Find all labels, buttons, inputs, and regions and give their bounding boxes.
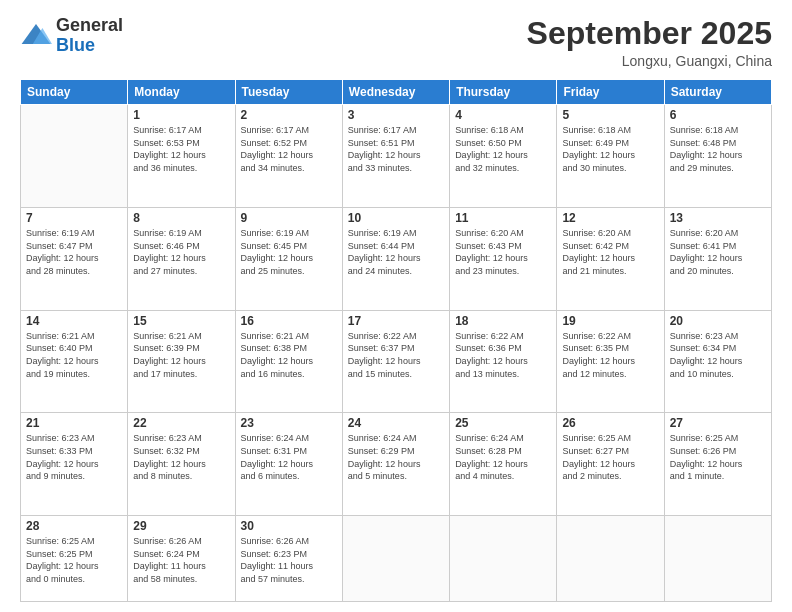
calendar-cell: 20Sunrise: 6:23 AM Sunset: 6:34 PM Dayli… xyxy=(664,310,771,413)
day-info: Sunrise: 6:18 AM Sunset: 6:50 PM Dayligh… xyxy=(455,124,551,174)
calendar-cell: 30Sunrise: 6:26 AM Sunset: 6:23 PM Dayli… xyxy=(235,516,342,602)
weekday-header-sunday: Sunday xyxy=(21,80,128,105)
day-number: 27 xyxy=(670,416,766,430)
calendar-table: SundayMondayTuesdayWednesdayThursdayFrid… xyxy=(20,79,772,602)
day-info: Sunrise: 6:19 AM Sunset: 6:44 PM Dayligh… xyxy=(348,227,444,277)
day-number: 4 xyxy=(455,108,551,122)
day-info: Sunrise: 6:26 AM Sunset: 6:24 PM Dayligh… xyxy=(133,535,229,585)
day-number: 21 xyxy=(26,416,122,430)
calendar-cell: 19Sunrise: 6:22 AM Sunset: 6:35 PM Dayli… xyxy=(557,310,664,413)
calendar-cell: 17Sunrise: 6:22 AM Sunset: 6:37 PM Dayli… xyxy=(342,310,449,413)
calendar-cell: 12Sunrise: 6:20 AM Sunset: 6:42 PM Dayli… xyxy=(557,207,664,310)
day-info: Sunrise: 6:23 AM Sunset: 6:33 PM Dayligh… xyxy=(26,432,122,482)
day-number: 20 xyxy=(670,314,766,328)
day-info: Sunrise: 6:23 AM Sunset: 6:32 PM Dayligh… xyxy=(133,432,229,482)
day-info: Sunrise: 6:24 AM Sunset: 6:31 PM Dayligh… xyxy=(241,432,337,482)
day-number: 7 xyxy=(26,211,122,225)
day-number: 8 xyxy=(133,211,229,225)
weekday-header-tuesday: Tuesday xyxy=(235,80,342,105)
day-number: 9 xyxy=(241,211,337,225)
day-number: 23 xyxy=(241,416,337,430)
day-number: 12 xyxy=(562,211,658,225)
calendar-cell: 6Sunrise: 6:18 AM Sunset: 6:48 PM Daylig… xyxy=(664,105,771,208)
day-number: 6 xyxy=(670,108,766,122)
calendar-cell: 22Sunrise: 6:23 AM Sunset: 6:32 PM Dayli… xyxy=(128,413,235,516)
calendar-cell: 18Sunrise: 6:22 AM Sunset: 6:36 PM Dayli… xyxy=(450,310,557,413)
day-info: Sunrise: 6:21 AM Sunset: 6:40 PM Dayligh… xyxy=(26,330,122,380)
day-number: 14 xyxy=(26,314,122,328)
day-info: Sunrise: 6:24 AM Sunset: 6:29 PM Dayligh… xyxy=(348,432,444,482)
day-info: Sunrise: 6:20 AM Sunset: 6:42 PM Dayligh… xyxy=(562,227,658,277)
calendar-week-2: 7Sunrise: 6:19 AM Sunset: 6:47 PM Daylig… xyxy=(21,207,772,310)
day-info: Sunrise: 6:18 AM Sunset: 6:49 PM Dayligh… xyxy=(562,124,658,174)
day-number: 30 xyxy=(241,519,337,533)
calendar-cell: 14Sunrise: 6:21 AM Sunset: 6:40 PM Dayli… xyxy=(21,310,128,413)
day-info: Sunrise: 6:21 AM Sunset: 6:38 PM Dayligh… xyxy=(241,330,337,380)
location: Longxu, Guangxi, China xyxy=(527,53,772,69)
day-number: 13 xyxy=(670,211,766,225)
logo: General Blue xyxy=(20,16,123,56)
day-number: 1 xyxy=(133,108,229,122)
day-info: Sunrise: 6:19 AM Sunset: 6:45 PM Dayligh… xyxy=(241,227,337,277)
day-info: Sunrise: 6:25 AM Sunset: 6:25 PM Dayligh… xyxy=(26,535,122,585)
day-info: Sunrise: 6:19 AM Sunset: 6:47 PM Dayligh… xyxy=(26,227,122,277)
logo-general: General xyxy=(56,16,123,36)
day-info: Sunrise: 6:25 AM Sunset: 6:27 PM Dayligh… xyxy=(562,432,658,482)
day-info: Sunrise: 6:25 AM Sunset: 6:26 PM Dayligh… xyxy=(670,432,766,482)
day-info: Sunrise: 6:20 AM Sunset: 6:41 PM Dayligh… xyxy=(670,227,766,277)
day-number: 17 xyxy=(348,314,444,328)
calendar-cell: 10Sunrise: 6:19 AM Sunset: 6:44 PM Dayli… xyxy=(342,207,449,310)
day-number: 15 xyxy=(133,314,229,328)
calendar-week-3: 14Sunrise: 6:21 AM Sunset: 6:40 PM Dayli… xyxy=(21,310,772,413)
calendar-cell: 8Sunrise: 6:19 AM Sunset: 6:46 PM Daylig… xyxy=(128,207,235,310)
calendar-cell: 24Sunrise: 6:24 AM Sunset: 6:29 PM Dayli… xyxy=(342,413,449,516)
day-info: Sunrise: 6:19 AM Sunset: 6:46 PM Dayligh… xyxy=(133,227,229,277)
day-number: 24 xyxy=(348,416,444,430)
calendar-cell: 27Sunrise: 6:25 AM Sunset: 6:26 PM Dayli… xyxy=(664,413,771,516)
weekday-header-monday: Monday xyxy=(128,80,235,105)
calendar-cell: 11Sunrise: 6:20 AM Sunset: 6:43 PM Dayli… xyxy=(450,207,557,310)
day-number: 25 xyxy=(455,416,551,430)
month-title: September 2025 xyxy=(527,16,772,51)
day-number: 29 xyxy=(133,519,229,533)
logo-icon xyxy=(20,20,52,52)
day-info: Sunrise: 6:17 AM Sunset: 6:51 PM Dayligh… xyxy=(348,124,444,174)
calendar-cell: 29Sunrise: 6:26 AM Sunset: 6:24 PM Dayli… xyxy=(128,516,235,602)
title-block: September 2025 Longxu, Guangxi, China xyxy=(527,16,772,69)
day-info: Sunrise: 6:23 AM Sunset: 6:34 PM Dayligh… xyxy=(670,330,766,380)
day-info: Sunrise: 6:18 AM Sunset: 6:48 PM Dayligh… xyxy=(670,124,766,174)
day-number: 2 xyxy=(241,108,337,122)
day-number: 26 xyxy=(562,416,658,430)
day-number: 10 xyxy=(348,211,444,225)
day-number: 18 xyxy=(455,314,551,328)
calendar-cell: 3Sunrise: 6:17 AM Sunset: 6:51 PM Daylig… xyxy=(342,105,449,208)
calendar-cell: 13Sunrise: 6:20 AM Sunset: 6:41 PM Dayli… xyxy=(664,207,771,310)
calendar-cell xyxy=(21,105,128,208)
calendar-cell: 25Sunrise: 6:24 AM Sunset: 6:28 PM Dayli… xyxy=(450,413,557,516)
day-number: 5 xyxy=(562,108,658,122)
day-number: 28 xyxy=(26,519,122,533)
day-info: Sunrise: 6:22 AM Sunset: 6:35 PM Dayligh… xyxy=(562,330,658,380)
page: General Blue September 2025 Longxu, Guan… xyxy=(0,0,792,612)
day-info: Sunrise: 6:20 AM Sunset: 6:43 PM Dayligh… xyxy=(455,227,551,277)
calendar-cell: 7Sunrise: 6:19 AM Sunset: 6:47 PM Daylig… xyxy=(21,207,128,310)
calendar-week-5: 28Sunrise: 6:25 AM Sunset: 6:25 PM Dayli… xyxy=(21,516,772,602)
calendar-cell xyxy=(664,516,771,602)
calendar-cell: 5Sunrise: 6:18 AM Sunset: 6:49 PM Daylig… xyxy=(557,105,664,208)
day-number: 19 xyxy=(562,314,658,328)
day-info: Sunrise: 6:24 AM Sunset: 6:28 PM Dayligh… xyxy=(455,432,551,482)
weekday-header-thursday: Thursday xyxy=(450,80,557,105)
weekday-header-friday: Friday xyxy=(557,80,664,105)
day-number: 3 xyxy=(348,108,444,122)
calendar-cell: 1Sunrise: 6:17 AM Sunset: 6:53 PM Daylig… xyxy=(128,105,235,208)
calendar-cell: 15Sunrise: 6:21 AM Sunset: 6:39 PM Dayli… xyxy=(128,310,235,413)
calendar-cell: 21Sunrise: 6:23 AM Sunset: 6:33 PM Dayli… xyxy=(21,413,128,516)
calendar-cell: 23Sunrise: 6:24 AM Sunset: 6:31 PM Dayli… xyxy=(235,413,342,516)
calendar-cell: 16Sunrise: 6:21 AM Sunset: 6:38 PM Dayli… xyxy=(235,310,342,413)
day-info: Sunrise: 6:26 AM Sunset: 6:23 PM Dayligh… xyxy=(241,535,337,585)
calendar-cell xyxy=(342,516,449,602)
header: General Blue September 2025 Longxu, Guan… xyxy=(20,16,772,69)
calendar-cell: 28Sunrise: 6:25 AM Sunset: 6:25 PM Dayli… xyxy=(21,516,128,602)
logo-text: General Blue xyxy=(56,16,123,56)
calendar-week-1: 1Sunrise: 6:17 AM Sunset: 6:53 PM Daylig… xyxy=(21,105,772,208)
